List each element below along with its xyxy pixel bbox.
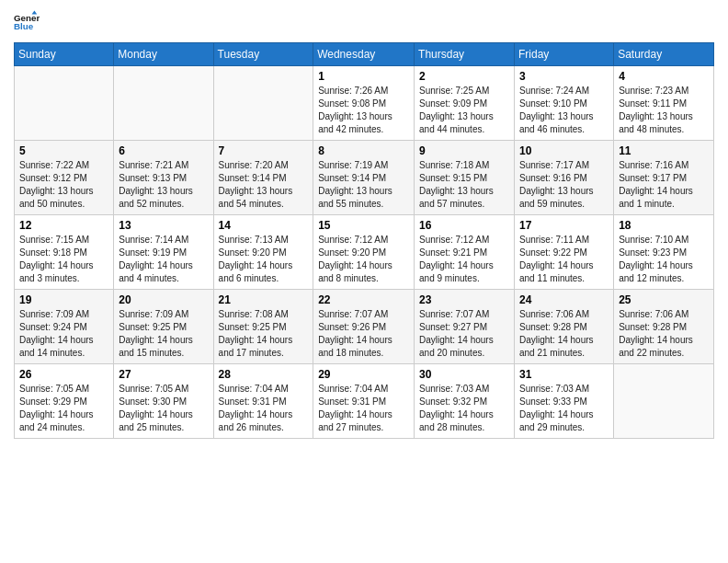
header: General Blue xyxy=(14,9,714,35)
day-cell: 26Sunrise: 7:05 AMSunset: 9:29 PMDayligh… xyxy=(15,364,114,439)
day-number: 13 xyxy=(119,219,208,232)
day-number: 1 xyxy=(318,70,409,83)
day-cell: 11Sunrise: 7:16 AMSunset: 9:17 PMDayligh… xyxy=(614,141,714,215)
day-cell xyxy=(213,66,313,141)
weekday-header-tuesday: Tuesday xyxy=(213,43,313,66)
day-cell: 19Sunrise: 7:09 AMSunset: 9:24 PMDayligh… xyxy=(15,290,114,364)
day-info: Sunrise: 7:05 AMSunset: 9:29 PMDaylight:… xyxy=(19,383,108,434)
day-number: 5 xyxy=(19,144,108,157)
day-number: 10 xyxy=(519,144,609,157)
day-number: 19 xyxy=(19,293,108,306)
weekday-header-sunday: Sunday xyxy=(15,43,114,66)
day-cell: 20Sunrise: 7:09 AMSunset: 9:25 PMDayligh… xyxy=(114,290,213,364)
day-number: 7 xyxy=(219,144,309,157)
day-info: Sunrise: 7:03 AMSunset: 9:32 PMDaylight:… xyxy=(419,383,509,434)
day-info: Sunrise: 7:11 AMSunset: 9:22 PMDaylight:… xyxy=(519,234,609,285)
week-row-4: 19Sunrise: 7:09 AMSunset: 9:24 PMDayligh… xyxy=(15,290,714,364)
calendar-table: SundayMondayTuesdayWednesdayThursdayFrid… xyxy=(14,42,714,439)
day-number: 22 xyxy=(318,293,409,306)
day-number: 11 xyxy=(619,144,709,157)
day-number: 17 xyxy=(519,219,609,232)
day-info: Sunrise: 7:05 AMSunset: 9:30 PMDaylight:… xyxy=(119,383,208,434)
weekday-header-monday: Monday xyxy=(114,43,213,66)
day-info: Sunrise: 7:07 AMSunset: 9:26 PMDaylight:… xyxy=(318,308,409,360)
day-cell: 30Sunrise: 7:03 AMSunset: 9:32 PMDayligh… xyxy=(415,364,515,439)
day-cell: 8Sunrise: 7:19 AMSunset: 9:14 PMDaylight… xyxy=(313,141,415,215)
day-cell: 1Sunrise: 7:26 AMSunset: 9:08 PMDaylight… xyxy=(313,66,415,141)
day-info: Sunrise: 7:09 AMSunset: 9:25 PMDaylight:… xyxy=(119,308,208,360)
day-number: 29 xyxy=(318,368,409,381)
day-cell: 29Sunrise: 7:04 AMSunset: 9:31 PMDayligh… xyxy=(313,364,415,439)
weekday-header-row: SundayMondayTuesdayWednesdayThursdayFrid… xyxy=(15,43,714,66)
day-cell: 23Sunrise: 7:07 AMSunset: 9:27 PMDayligh… xyxy=(415,290,515,364)
weekday-header-friday: Friday xyxy=(514,43,613,66)
day-cell: 21Sunrise: 7:08 AMSunset: 9:25 PMDayligh… xyxy=(213,290,313,364)
weekday-header-wednesday: Wednesday xyxy=(313,43,415,66)
day-info: Sunrise: 7:12 AMSunset: 9:20 PMDaylight:… xyxy=(318,234,409,285)
day-number: 8 xyxy=(318,144,409,157)
day-number: 28 xyxy=(219,368,309,381)
day-info: Sunrise: 7:17 AMSunset: 9:16 PMDaylight:… xyxy=(519,159,609,211)
day-info: Sunrise: 7:23 AMSunset: 9:11 PMDaylight:… xyxy=(619,85,709,136)
day-number: 4 xyxy=(619,70,709,83)
day-cell: 14Sunrise: 7:13 AMSunset: 9:20 PMDayligh… xyxy=(213,215,313,290)
week-row-3: 12Sunrise: 7:15 AMSunset: 9:18 PMDayligh… xyxy=(15,215,714,290)
day-number: 25 xyxy=(619,293,709,306)
day-info: Sunrise: 7:16 AMSunset: 9:17 PMDaylight:… xyxy=(619,159,709,211)
day-cell: 2Sunrise: 7:25 AMSunset: 9:09 PMDaylight… xyxy=(415,66,515,141)
week-row-2: 5Sunrise: 7:22 AMSunset: 9:12 PMDaylight… xyxy=(15,141,714,215)
day-cell: 3Sunrise: 7:24 AMSunset: 9:10 PMDaylight… xyxy=(514,66,613,141)
day-cell xyxy=(614,364,714,439)
logo-icon: General Blue xyxy=(14,9,40,35)
day-cell: 27Sunrise: 7:05 AMSunset: 9:30 PMDayligh… xyxy=(114,364,213,439)
day-info: Sunrise: 7:25 AMSunset: 9:09 PMDaylight:… xyxy=(419,85,509,136)
day-cell: 28Sunrise: 7:04 AMSunset: 9:31 PMDayligh… xyxy=(213,364,313,439)
day-info: Sunrise: 7:19 AMSunset: 9:14 PMDaylight:… xyxy=(318,159,409,211)
day-number: 23 xyxy=(419,293,509,306)
day-cell: 5Sunrise: 7:22 AMSunset: 9:12 PMDaylight… xyxy=(15,141,114,215)
day-cell: 9Sunrise: 7:18 AMSunset: 9:15 PMDaylight… xyxy=(415,141,515,215)
day-info: Sunrise: 7:06 AMSunset: 9:28 PMDaylight:… xyxy=(519,308,609,360)
day-info: Sunrise: 7:20 AMSunset: 9:14 PMDaylight:… xyxy=(219,159,309,211)
day-cell: 7Sunrise: 7:20 AMSunset: 9:14 PMDaylight… xyxy=(213,141,313,215)
day-info: Sunrise: 7:12 AMSunset: 9:21 PMDaylight:… xyxy=(419,234,509,285)
day-number: 15 xyxy=(318,219,409,232)
day-number: 6 xyxy=(119,144,208,157)
day-number: 20 xyxy=(119,293,208,306)
svg-text:Blue: Blue xyxy=(14,21,34,31)
day-info: Sunrise: 7:15 AMSunset: 9:18 PMDaylight:… xyxy=(19,234,108,285)
day-info: Sunrise: 7:08 AMSunset: 9:25 PMDaylight:… xyxy=(219,308,309,360)
day-number: 26 xyxy=(19,368,108,381)
day-info: Sunrise: 7:26 AMSunset: 9:08 PMDaylight:… xyxy=(318,85,409,136)
day-number: 16 xyxy=(419,219,509,232)
day-cell: 4Sunrise: 7:23 AMSunset: 9:11 PMDaylight… xyxy=(614,66,714,141)
day-cell: 13Sunrise: 7:14 AMSunset: 9:19 PMDayligh… xyxy=(114,215,213,290)
day-cell: 22Sunrise: 7:07 AMSunset: 9:26 PMDayligh… xyxy=(313,290,415,364)
day-info: Sunrise: 7:04 AMSunset: 9:31 PMDaylight:… xyxy=(318,383,409,434)
day-number: 14 xyxy=(219,219,309,232)
day-cell: 12Sunrise: 7:15 AMSunset: 9:18 PMDayligh… xyxy=(15,215,114,290)
day-info: Sunrise: 7:03 AMSunset: 9:33 PMDaylight:… xyxy=(519,383,609,434)
day-info: Sunrise: 7:21 AMSunset: 9:13 PMDaylight:… xyxy=(119,159,208,211)
day-info: Sunrise: 7:07 AMSunset: 9:27 PMDaylight:… xyxy=(419,308,509,360)
day-number: 30 xyxy=(419,368,509,381)
day-info: Sunrise: 7:06 AMSunset: 9:28 PMDaylight:… xyxy=(619,308,709,360)
day-number: 24 xyxy=(519,293,609,306)
day-cell: 17Sunrise: 7:11 AMSunset: 9:22 PMDayligh… xyxy=(514,215,613,290)
weekday-header-saturday: Saturday xyxy=(614,43,714,66)
day-cell: 16Sunrise: 7:12 AMSunset: 9:21 PMDayligh… xyxy=(415,215,515,290)
day-cell: 24Sunrise: 7:06 AMSunset: 9:28 PMDayligh… xyxy=(514,290,613,364)
day-info: Sunrise: 7:09 AMSunset: 9:24 PMDaylight:… xyxy=(19,308,108,360)
day-cell: 6Sunrise: 7:21 AMSunset: 9:13 PMDaylight… xyxy=(114,141,213,215)
day-number: 18 xyxy=(619,219,709,232)
day-cell: 31Sunrise: 7:03 AMSunset: 9:33 PMDayligh… xyxy=(514,364,613,439)
day-cell: 15Sunrise: 7:12 AMSunset: 9:20 PMDayligh… xyxy=(313,215,415,290)
day-info: Sunrise: 7:18 AMSunset: 9:15 PMDaylight:… xyxy=(419,159,509,211)
day-cell: 10Sunrise: 7:17 AMSunset: 9:16 PMDayligh… xyxy=(514,141,613,215)
day-number: 2 xyxy=(419,70,509,83)
day-info: Sunrise: 7:22 AMSunset: 9:12 PMDaylight:… xyxy=(19,159,108,211)
day-number: 12 xyxy=(19,219,108,232)
week-row-1: 1Sunrise: 7:26 AMSunset: 9:08 PMDaylight… xyxy=(15,66,714,141)
day-info: Sunrise: 7:13 AMSunset: 9:20 PMDaylight:… xyxy=(219,234,309,285)
day-cell xyxy=(15,66,114,141)
